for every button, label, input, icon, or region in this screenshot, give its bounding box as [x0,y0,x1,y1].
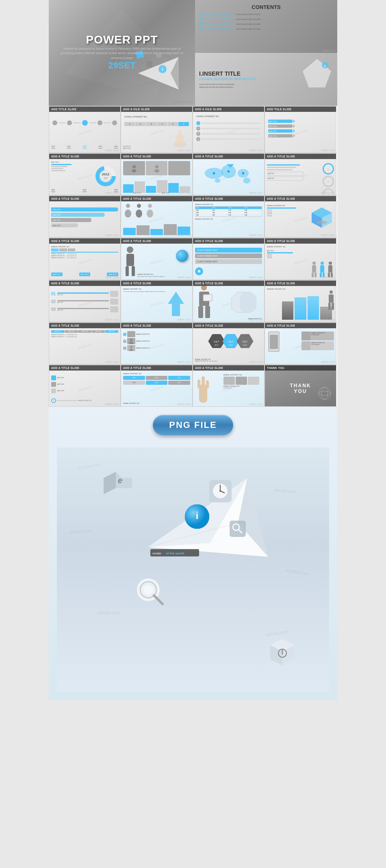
svg-rect-65 [203,294,212,301]
sb24: asadal.com THANK YOU INSERT LOGO [265,371,336,406]
svg-rect-51 [314,273,317,277]
slide-ticker-table: ADD A TITLE SLIDE asadal.com ASADAL INTE… [49,238,121,280]
sh13: ADD A TITLE SLIDE [49,281,120,286]
contents-item-1: 01 ASADAL INTERNET INC. Lorem ipsum dolo… [199,12,333,16]
slide-data-grid: ADD A TITLE SLIDE asadal.com ADD TEXT +A… [49,323,121,364]
sb2: asadal.com [121,159,192,195]
svg-point-43 [127,246,133,253]
main-3d-svg: e i [71,456,315,659]
slide-row-4: ADD A TITLE SLIDE asadal.com 01 ADD TEXT… [49,280,337,322]
main-container: i POWER PPT Started its business in Seou… [49,0,337,700]
svg-point-52 [321,262,324,265]
svg-rect-88 [202,376,205,388]
svg-point-48 [312,262,316,265]
svg-point-35 [137,204,141,208]
sh11: ADD A TITLE SLIDE [193,238,264,244]
bottom-3d-section: asadal.com asadal.com asadal.com asadal.… [57,447,329,691]
svg-rect-15 [179,130,181,138]
insert-title-panel: i I.INSERT TITLE ASADAL BUSINESS INNOVAT… [195,53,337,106]
svg-point-61 [201,286,207,290]
hero-right-panel: CONTENTS 01 ASADAL INTERNET INC. Lorem i… [195,0,337,106]
svg-point-76 [130,346,132,348]
sh14: ADD A TITLE SLIDE [121,281,192,286]
svg-point-31 [228,170,230,172]
contents-panel: CONTENTS 01 ASADAL INTERNET INC. Lorem i… [195,0,337,53]
slide-numbered: ADD A titLE SLIDE asadal.com ASADAL INTE… [193,106,265,153]
sh17: ADD A TITLE SLIDE [49,323,120,328]
sb10: asadal.com ASADAL INTERNET INC. [121,244,192,279]
svg-point-91 [319,387,331,399]
svg-point-47 [198,270,200,273]
svg-point-23 [154,169,159,172]
sb1: asadal.com ADD TEXT 2012 500 [49,159,120,195]
slide-blue-arrows: ADD A TITLE SLIDE asadal.com ADD TEXT AD… [49,196,121,238]
hero-left-panel: i POWER PPT Started its business in Seou… [49,0,195,106]
slide-click-bars: ADD A TITLE SLIDE asadal.com CLICK TOADD… [193,238,265,280]
svg-text:of the world: of the world [166,552,184,555]
svg-point-33 [126,204,130,208]
sb20: asadal.com ASADAL INTERNET INC.text desc… [265,328,336,364]
sh8: ADD A TITLE SLIDE [265,196,336,201]
slide-bar-steps: ADD TitLE SLIDE asadal.com ADD TEXT ADD … [265,106,336,153]
slide-hand-touch: ADD A tItLE SLIDE asadal.com ASADAL INTE… [121,106,193,153]
svg-text:GET: GET [228,340,233,343]
slide-body-timeline: asadal.com ADDTEXT ADDTEXT ADDTEXT [49,112,120,153]
slide-header-hand: ADD A tItLE SLIDE [121,107,192,112]
insert-title-text: I.INSERT TITLE [199,70,333,77]
slide-hand-tablet: ADD A TITLE SLIDE asadal.com ASADAL INTE… [193,365,265,407]
sh3: ADD A TITLE SLIDE [193,154,264,159]
slide-row-1: ADD A TITLE SLIDE asadal.com ADD TEXT 20… [49,153,337,195]
thank-you-text: THANK YOU [283,383,319,394]
sb16: asadal.com |ASADAL INTERNET INC. [265,286,336,322]
sh20: ADD A TITLE SLIDE [265,323,336,328]
contents-list: 01 ASADAL INTERNET INC. Lorem ipsum dolo… [199,12,333,31]
hero-title-group: POWER PPT Started its business in Seoul … [49,33,195,71]
sb17: asadal.com ADD TEXT +ADD TEXT +ADD TEXT … [49,328,120,364]
svg-point-32 [242,172,244,174]
slide-photo-list: ADD A TITLE SLIDE asadal.com 01 ASADAL I… [121,323,193,364]
slide-numbered-list: ADD A TITLE SLIDE asadal.com 01 ADD TEXT… [49,280,121,322]
sh18: ADD A TITLE SLIDE [121,323,192,328]
contents-item-3: 03 ASADAL INTERNET INC. Lorem ipsum dolo… [199,22,333,26]
slide-body-barsteps: asadal.com ADD TEXT ADD TEXT ADD TEXT [265,112,336,153]
svg-rect-63 [198,306,203,318]
sh1: ADD A TITLE SLIDE [49,154,120,159]
sh5: ADD A TITLE SLIDE [49,196,120,201]
slide-body-hand: asadal.com ASADAL INTERNET INC. 1 2 3 4 … [121,112,192,153]
svg-rect-69 [329,294,334,303]
slide-header-barsteps: ADD TitLE SLIDE [265,107,336,112]
svg-rect-70 [328,303,331,310]
power-icon-bottom [268,637,297,671]
svg-rect-46 [132,266,135,276]
insert-logo-label: INSERT LOGO [322,103,336,105]
sh21: ADD A TITLE SLIDE [49,365,120,371]
sh7: ADD A TITLE SLIDE [193,196,264,201]
svg-text:500: 500 [104,177,108,179]
sb5: asadal.com ADD TEXT ADD TEXT ADD TEXT AD… [49,201,120,237]
hero-title: POWER PPT [49,33,195,46]
svg-marker-99 [104,472,116,494]
svg-rect-49 [312,265,316,273]
slide-blue-arrow-up: ADD A TITLE SLIDE asadal.com ASADAL INTE… [121,280,193,322]
slide-thank-you: THANK YOU asadal.com THANK YOU INSERT LO… [265,365,336,407]
svg-point-22 [155,165,158,168]
svg-text:TEXT: TEXT [243,344,247,346]
sh12: ADD A TITLE SLIDE [265,238,336,244]
svg-text:TEXT: TEXT [214,344,219,346]
svg-marker-67 [240,292,256,312]
slide-people-small: ADD A TITLE SLIDE asadal.com INSERT [121,196,193,238]
svg-line-120 [154,595,163,604]
sh24: THANK YOU [265,365,336,371]
svg-text:i: i [325,64,325,68]
svg-rect-44 [126,254,134,266]
slide-person-tablet: ADD A TITLE SLIDE asadal.com [193,280,265,322]
sb21: asadal.com ADD TEXT ADD TEXT ADD TEXT [49,371,120,406]
sb8: asadal.com ASADAL INTERNET INC. TEXT A1T… [265,201,336,237]
slide-body-numbered: asadal.com ASADAL INTERNET INC. 1 2 3 [193,112,264,153]
sh6: ADD A TITLE SLIDE [121,196,192,201]
sb23: asadal.com ASADAL INTERNET, INC. [193,371,264,406]
slide-row-3: ADD A TITLE SLIDE asadal.com ASADAL INTE… [49,238,337,280]
insert-title-group: I.INSERT TITLE ASADAL BUSINESS INNOVATIO… [199,70,333,89]
svg-point-37 [148,204,152,208]
slide-standing-people: ADD A TITLE SLIDE asadal.com ASADAL INTE… [265,238,336,280]
